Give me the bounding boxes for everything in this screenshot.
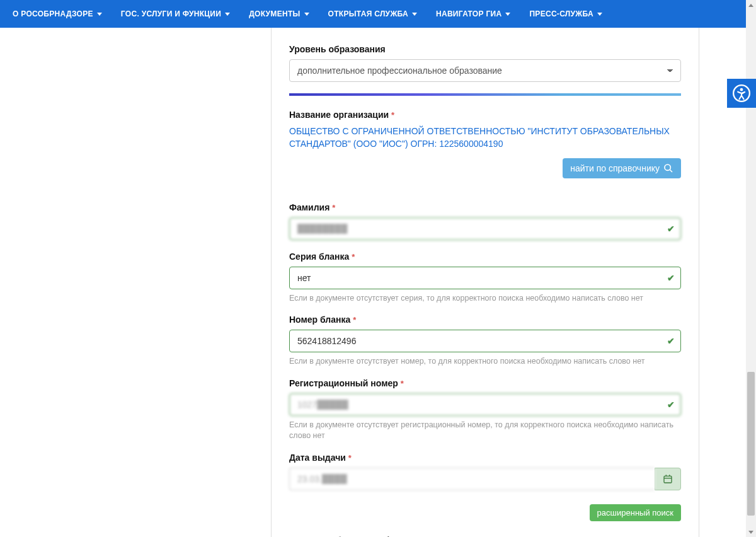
nav-label: О РОСОБРНАДЗОРЕ	[13, 9, 93, 18]
gradient-divider	[289, 93, 681, 96]
surname-label: Фамилия *	[289, 202, 681, 212]
required-star-icon: *	[353, 315, 356, 325]
extended-search-button[interactable]: расширенный поиск	[590, 504, 681, 521]
organization-label: Название организации *	[289, 110, 681, 120]
check-icon: ✔	[667, 400, 675, 410]
chevron-down-icon	[505, 13, 510, 16]
blank-number-helper: Если в документе отсутствует номер, то д…	[289, 356, 681, 367]
blank-number-group: Номер бланка * ✔ Если в документе отсутс…	[289, 315, 681, 367]
blank-series-input[interactable]	[289, 267, 681, 289]
top-nav: О РОСОБРНАДЗОРЕ ГОС. УСЛУГИ И ФУНКЦИИ ДО…	[0, 0, 756, 28]
required-star-icon: *	[352, 252, 355, 262]
blank-series-helper: Если в документе отсутствует серия, то д…	[289, 293, 681, 304]
lookup-label: найти по справочнику	[570, 163, 660, 173]
reg-number-group: Регистрационный номер * ✔ Если в докумен…	[289, 378, 681, 441]
surname-input[interactable]	[289, 217, 681, 240]
svg-point-1	[740, 88, 743, 91]
nav-label: ОТКРЫТАЯ СЛУЖБА	[328, 9, 408, 18]
blank-number-input[interactable]	[289, 330, 681, 352]
scrollbar-arrow-up-icon[interactable]	[746, 0, 756, 10]
search-icon	[663, 163, 673, 173]
nav-label: ПРЕСС-СЛУЖБА	[529, 9, 593, 18]
required-star-icon: *	[332, 203, 335, 212]
svg-rect-4	[664, 476, 672, 483]
accessibility-icon	[733, 84, 750, 102]
reg-number-label: Регистрационный номер *	[289, 378, 681, 388]
calendar-icon	[663, 474, 673, 484]
required-star-icon: *	[391, 110, 394, 120]
required-star-icon: *	[348, 453, 352, 463]
nav-item-open-service[interactable]: ОТКРЫТАЯ СЛУЖБА	[328, 9, 417, 18]
chevron-down-icon	[97, 13, 102, 16]
search-form-panel: Уровень образования дополнительное профе…	[271, 28, 699, 537]
education-level-select[interactable]: дополнительное профессиональное образова…	[289, 59, 681, 82]
chevron-down-icon	[225, 13, 230, 16]
nav-item-navigator[interactable]: НАВИГАТОР ГИА	[436, 9, 510, 18]
education-level-group: Уровень образования дополнительное профе…	[289, 44, 681, 82]
required-star-icon: *	[401, 379, 404, 388]
blank-series-label: Серия бланка *	[289, 251, 681, 262]
accessibility-button[interactable]	[727, 79, 756, 108]
check-icon: ✔	[667, 224, 675, 234]
organization-group: Название организации * ОБЩЕСТВО С ОГРАНИ…	[289, 110, 681, 191]
lookup-button[interactable]: найти по справочнику	[563, 158, 681, 178]
chevron-down-icon	[412, 13, 417, 16]
nav-item-press[interactable]: ПРЕСС-СЛУЖБА	[529, 9, 602, 18]
nav-label: ДОКУМЕНТЫ	[249, 9, 300, 18]
nav-label: ГОС. УСЛУГИ И ФУНКЦИИ	[121, 9, 221, 18]
issue-date-group: Дата выдачи *	[289, 453, 681, 490]
svg-line-3	[670, 170, 672, 172]
surname-group: Фамилия * ✔	[289, 202, 681, 240]
reg-number-input[interactable]	[289, 393, 681, 416]
chevron-down-icon	[304, 13, 309, 16]
nav-item-about[interactable]: О РОСОБРНАДЗОРЕ	[13, 9, 102, 18]
issue-date-label: Дата выдачи *	[289, 453, 681, 463]
scrollbar-thumb[interactable]	[747, 372, 755, 516]
scrollbar-arrow-down-icon[interactable]	[746, 527, 756, 537]
check-icon: ✔	[667, 336, 675, 346]
blank-series-group: Серия бланка * ✔ Если в документе отсутс…	[289, 251, 681, 304]
check-icon: ✔	[667, 273, 675, 283]
nav-item-services[interactable]: ГОС. УСЛУГИ И ФУНКЦИИ	[121, 9, 230, 18]
blank-number-label: Номер бланка *	[289, 315, 681, 325]
education-level-label: Уровень образования	[289, 44, 681, 54]
chevron-down-icon	[597, 13, 602, 16]
nav-item-documents[interactable]: ДОКУМЕНТЫ	[249, 9, 309, 18]
calendar-button[interactable]	[655, 468, 681, 490]
svg-point-2	[665, 165, 670, 170]
organization-value: ОБЩЕСТВО С ОГРАНИЧЕННОЙ ОТВЕТСТВЕННОСТЬЮ…	[289, 125, 681, 151]
issue-date-input[interactable]	[289, 468, 655, 490]
reg-number-helper: Если в документе отсутствует регистрацио…	[289, 420, 681, 441]
nav-label: НАВИГАТОР ГИА	[436, 9, 501, 18]
